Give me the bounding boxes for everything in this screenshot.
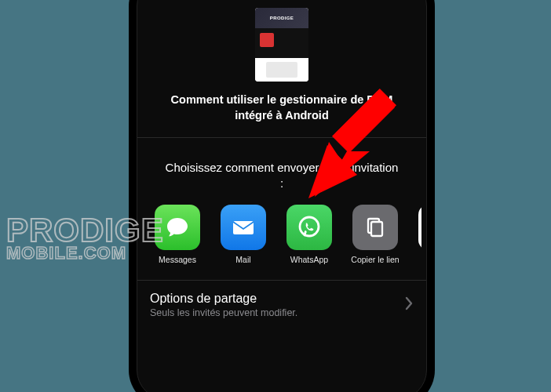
share-prompt: Choisissez comment envoyer votre invitat…: [142, 160, 421, 192]
more-icon: [418, 205, 421, 250]
mail-icon: [221, 205, 266, 250]
preview-brand: PRODIGE: [270, 16, 294, 20]
share-label: WhatsApp: [290, 255, 328, 264]
collaboration-header: verra les dernières modifications. PRODI…: [137, 0, 426, 137]
svg-rect-0: [233, 221, 254, 234]
share-options-row[interactable]: Options de partage Seuls les invités peu…: [137, 281, 426, 329]
copy-icon: [352, 205, 398, 250]
phone-frame: verra les dernières modifications. PRODI…: [129, 0, 435, 392]
share-section: Choisissez comment envoyer votre invitat…: [137, 138, 426, 280]
messages-icon: [155, 205, 200, 250]
document-title: Comment utiliser le gestionnaire de RAM …: [153, 93, 411, 123]
share-more-peek[interactable]: [417, 205, 421, 264]
share-mail[interactable]: Mail: [219, 205, 268, 264]
share-messages[interactable]: Messages: [153, 205, 202, 264]
share-apps-row[interactable]: Messages Mail WhatsApp: [142, 205, 421, 264]
svg-rect-3: [371, 222, 382, 236]
share-label: Mail: [235, 255, 250, 264]
share-label: Copier le lien: [351, 255, 399, 264]
phone-screen: verra les dernières modifications. PRODI…: [137, 0, 427, 392]
share-label: Messages: [159, 255, 196, 264]
options-subtitle: Seuls les invités peuvent modifier.: [150, 307, 297, 318]
whatsapp-icon: [286, 205, 332, 250]
share-copy-link[interactable]: Copier le lien: [351, 205, 400, 264]
svg-point-1: [300, 217, 319, 236]
chevron-right-icon: [404, 296, 414, 314]
document-preview: PRODIGE: [255, 8, 308, 82]
options-title: Options de partage: [150, 292, 297, 306]
share-whatsapp[interactable]: WhatsApp: [285, 205, 334, 264]
